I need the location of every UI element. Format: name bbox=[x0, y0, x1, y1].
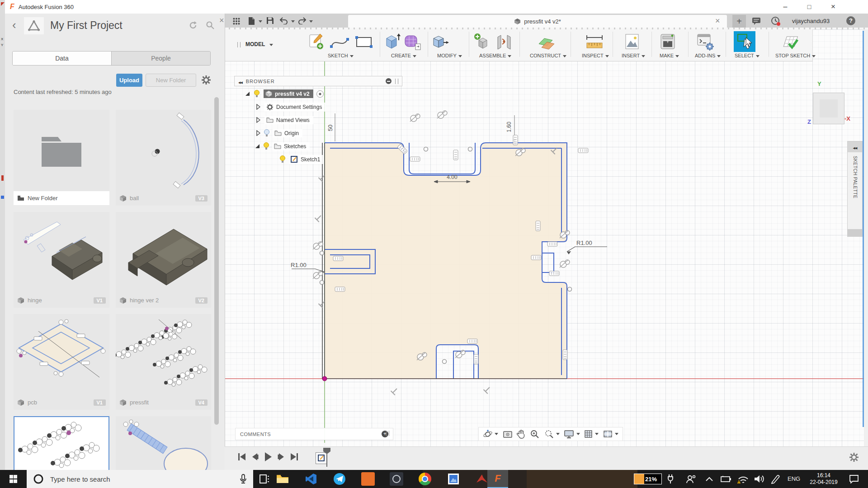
language-indicator[interactable]: ENG bbox=[788, 475, 800, 482]
workspace-selector[interactable]: MODEL bbox=[245, 41, 265, 47]
close-button[interactable] bbox=[823, 0, 844, 14]
redo-icon[interactable] bbox=[298, 17, 306, 24]
file-menu-caret[interactable] bbox=[259, 20, 262, 23]
maximize-button[interactable] bbox=[799, 0, 820, 14]
pen-icon[interactable] bbox=[770, 474, 780, 484]
form-icon[interactable] bbox=[404, 33, 422, 51]
tree-row-origin[interactable]: Origin bbox=[234, 127, 402, 139]
taskbar-dark-app[interactable] bbox=[387, 470, 406, 488]
sketch-profile-fill[interactable] bbox=[325, 143, 567, 379]
group-label-create[interactable]: CREATE bbox=[391, 53, 416, 58]
help-icon[interactable] bbox=[846, 16, 855, 25]
tree-row-sketch1[interactable]: Sketch1 bbox=[234, 154, 402, 165]
battery-widget[interactable]: 21% bbox=[634, 474, 662, 484]
back-button[interactable] bbox=[12, 18, 16, 32]
display-settings-tool[interactable] bbox=[564, 430, 580, 439]
undo-caret[interactable] bbox=[291, 20, 295, 23]
row-pill[interactable]: Named Views bbox=[264, 116, 313, 124]
minimize-button[interactable] bbox=[775, 0, 796, 14]
save-icon[interactable] bbox=[266, 17, 274, 24]
press-pull-icon[interactable] bbox=[432, 33, 450, 51]
fit-tool[interactable] bbox=[544, 429, 560, 439]
tab-data[interactable]: Data bbox=[13, 52, 111, 65]
zoom-icon[interactable] bbox=[530, 429, 540, 439]
create-sketch-icon[interactable] bbox=[308, 33, 325, 50]
construct-plane-icon[interactable] bbox=[538, 34, 556, 50]
taskbar-telegram[interactable] bbox=[330, 470, 349, 488]
timeline-marker-handle[interactable] bbox=[322, 447, 331, 468]
taskbar-fusion360-active[interactable]: F bbox=[487, 470, 508, 488]
taskbar-photos[interactable] bbox=[443, 470, 463, 488]
card-spoon[interactable] bbox=[116, 416, 211, 470]
viewports-tool[interactable] bbox=[603, 430, 618, 438]
redo-caret[interactable] bbox=[309, 20, 313, 23]
card-hinge[interactable]: hinge V1 bbox=[14, 212, 109, 308]
timeline-go-start-icon[interactable] bbox=[237, 452, 246, 461]
card-pressfit-v5-selected[interactable] bbox=[14, 416, 109, 470]
orbit-tool[interactable] bbox=[483, 429, 498, 439]
comments-bubble-icon[interactable] bbox=[752, 17, 761, 25]
workspace-caret[interactable] bbox=[269, 44, 273, 46]
browser-grip[interactable] bbox=[395, 79, 398, 84]
row-pill[interactable]: Origin bbox=[273, 129, 302, 137]
taskbar-chrome[interactable] bbox=[415, 470, 435, 488]
stop-sketch-icon[interactable] bbox=[782, 33, 801, 51]
card-new-folder[interactable]: New Folder bbox=[14, 110, 109, 206]
spline-tool-icon[interactable] bbox=[330, 36, 349, 48]
close-tab-icon[interactable] bbox=[715, 16, 720, 26]
pan-hand-icon[interactable] bbox=[517, 429, 526, 439]
close-panel-icon[interactable] bbox=[219, 16, 224, 25]
group-label-assemble[interactable]: ASSEMBLE bbox=[479, 53, 511, 58]
collapsed-triangle-icon[interactable] bbox=[256, 117, 260, 123]
visibility-bulb-icon[interactable] bbox=[279, 155, 286, 163]
upload-button[interactable]: Upload bbox=[116, 74, 142, 87]
new-component-icon[interactable] bbox=[473, 33, 491, 51]
user-account-name[interactable]: vijaychandu93 bbox=[792, 18, 830, 24]
rectangle-tool-icon[interactable] bbox=[355, 36, 373, 48]
viewcube-face-label[interactable]: TOP bbox=[820, 104, 837, 113]
row-pill[interactable]: Sketches bbox=[272, 142, 310, 150]
ribbon-grip[interactable] bbox=[237, 42, 241, 47]
refresh-icon[interactable] bbox=[189, 21, 198, 30]
taskbar-search[interactable] bbox=[27, 470, 253, 488]
viewcube[interactable]: TOP bbox=[813, 93, 844, 124]
panel-settings-gear-icon[interactable] bbox=[201, 75, 211, 85]
taskbar-orange-app[interactable] bbox=[358, 470, 378, 488]
clock-widget[interactable]: 16:14 22-04-2019 bbox=[807, 472, 841, 486]
hidden-icons-chevron[interactable] bbox=[705, 476, 713, 482]
timeline-go-end-icon[interactable] bbox=[290, 452, 299, 461]
dimension-radius-right[interactable]: R1.00 bbox=[567, 239, 607, 254]
expanded-triangle-icon[interactable] bbox=[255, 144, 260, 149]
row-pill[interactable]: Document Settings bbox=[264, 103, 326, 112]
extrude-icon[interactable] bbox=[384, 33, 401, 51]
group-label-select[interactable]: SELECT bbox=[735, 53, 760, 58]
group-label-sketch[interactable]: SKETCH bbox=[328, 53, 354, 58]
orbit-caret[interactable] bbox=[495, 433, 498, 435]
new-folder-button[interactable]: New Folder bbox=[146, 74, 196, 87]
collapsed-triangle-icon[interactable] bbox=[256, 130, 260, 136]
selected-root-row[interactable]: pressfit v4 v2 bbox=[264, 89, 313, 98]
scripts-addins-icon[interactable] bbox=[696, 33, 714, 51]
task-view-icon[interactable] bbox=[259, 474, 269, 483]
visibility-bulb-icon[interactable] bbox=[263, 142, 269, 150]
3d-print-icon[interactable] bbox=[660, 33, 677, 51]
look-at-icon[interactable] bbox=[503, 430, 513, 439]
speaker-icon[interactable] bbox=[754, 474, 765, 484]
card-hinge-ver-2[interactable]: hinge ver 2 V2 bbox=[116, 212, 211, 308]
taskbar-file-explorer[interactable] bbox=[273, 470, 292, 488]
timeline-step-forward-icon[interactable] bbox=[277, 452, 285, 461]
file-menu-icon[interactable] bbox=[248, 17, 255, 25]
viewports-caret[interactable] bbox=[615, 433, 618, 435]
grid-snap-tool[interactable] bbox=[584, 430, 599, 439]
comments-grip[interactable] bbox=[386, 431, 389, 436]
plug-icon[interactable] bbox=[667, 474, 674, 484]
comments-bar[interactable]: COMMENTS bbox=[235, 428, 393, 440]
measure-icon[interactable] bbox=[585, 34, 604, 50]
palette-scrollbar-thumb[interactable] bbox=[848, 229, 862, 236]
timeline-step-back-icon[interactable] bbox=[251, 452, 259, 461]
card-pressfit[interactable]: pressfit V4 bbox=[116, 314, 211, 410]
tab-people[interactable]: People bbox=[111, 52, 210, 65]
expanded-triangle-icon[interactable] bbox=[245, 91, 250, 96]
tray-battery-icon[interactable] bbox=[721, 475, 731, 483]
fit-caret[interactable] bbox=[556, 433, 560, 435]
